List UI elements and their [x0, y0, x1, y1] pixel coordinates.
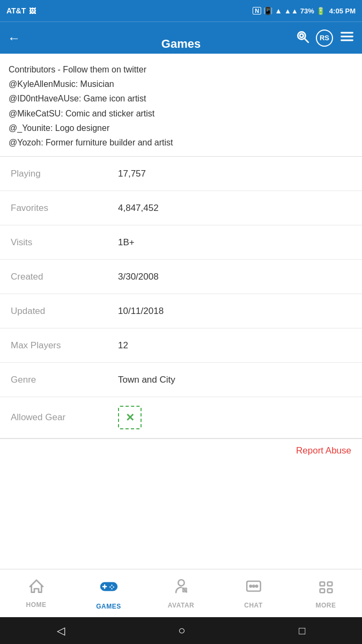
- nav-item-more[interactable]: MORE: [290, 577, 362, 609]
- android-home-button[interactable]: ○: [178, 624, 185, 638]
- nav-item-games[interactable]: GAMES: [72, 576, 145, 610]
- nav-bar: ← Games RS: [0, 21, 362, 54]
- stat-label-allowed-gear: Allowed Gear: [11, 412, 118, 423]
- stat-row-playing: Playing 17,757: [0, 157, 362, 191]
- stat-row-favorites: Favorites 4,847,452: [0, 191, 362, 225]
- stat-row-max-players: Max Players 12: [0, 328, 362, 363]
- contributors-section: Contributors - Follow them on twitter @K…: [0, 54, 362, 156]
- stat-label-created: Created: [11, 272, 118, 282]
- nav-item-home[interactable]: HOME: [0, 578, 72, 609]
- stat-label-max-players: Max Players: [11, 340, 118, 351]
- content-area: Contributors - Follow them on twitter @K…: [0, 54, 362, 569]
- contributor-line-5: @_Younite: Logo designer: [9, 121, 353, 135]
- stat-value-allowed-gear: ✕: [118, 406, 351, 429]
- stat-value-updated: 10/11/2018: [118, 306, 351, 317]
- rs-icon[interactable]: RS: [316, 30, 333, 47]
- stat-label-updated: Updated: [11, 306, 118, 317]
- svg-line-1: [305, 38, 308, 42]
- stat-row-genre: Genre Town and City: [0, 363, 362, 397]
- menu-icon[interactable]: [339, 29, 354, 47]
- svg-rect-21: [320, 582, 324, 586]
- battery-icon: 🔋: [316, 7, 325, 15]
- avatar-icon: [172, 577, 190, 599]
- nav-label-avatar: AVATAR: [168, 602, 194, 609]
- nfc-icon: N: [253, 7, 261, 14]
- page-title: Games: [161, 28, 201, 60]
- contributor-line-1: Contributors - Follow them on twitter: [9, 62, 353, 77]
- wifi-icon: ▲: [275, 6, 282, 15]
- chat-icon: [245, 577, 263, 599]
- back-button[interactable]: ←: [8, 31, 20, 46]
- signal-icon: ▲▲: [284, 7, 298, 15]
- android-back-button[interactable]: ◁: [57, 624, 65, 637]
- contributor-line-2: @KyleAllenMusic: Musician: [9, 77, 353, 91]
- nav-item-avatar[interactable]: AVATAR: [145, 577, 217, 609]
- nav-label-home: HOME: [26, 601, 47, 609]
- stat-value-max-players: 12: [118, 340, 351, 351]
- stat-label-favorites: Favorites: [11, 203, 118, 214]
- svg-point-18: [249, 586, 251, 587]
- stat-label-genre: Genre: [11, 375, 118, 385]
- status-bar: AT&T 🖼 N 📳 ▲ ▲▲ 73% 🔋 4:05 PM: [0, 0, 362, 21]
- svg-point-9: [110, 584, 112, 586]
- vibrate-icon: 📳: [263, 6, 272, 15]
- nav-label-more: MORE: [316, 602, 336, 609]
- stat-label-visits: Visits: [11, 237, 118, 248]
- stat-value-genre: Town and City: [118, 375, 351, 385]
- more-icon: [317, 577, 335, 599]
- stat-row-allowed-gear: Allowed Gear ✕: [0, 397, 362, 438]
- games-icon: [99, 576, 119, 601]
- status-left: AT&T 🖼: [6, 6, 36, 15]
- stat-row-updated: Updated 10/11/2018: [0, 294, 362, 328]
- contributor-line-4: @MikeCatSU: Comic and sticker artist: [9, 106, 353, 121]
- bottom-nav: HOME GAMES AVATA: [0, 569, 362, 617]
- stat-row-created: Created 3/30/2008: [0, 260, 362, 294]
- contributor-line-6: @Yozoh: Former furniture builder and art…: [9, 135, 353, 150]
- stat-value-playing: 17,757: [118, 169, 351, 179]
- stat-label-playing: Playing: [11, 169, 118, 179]
- stat-value-favorites: 4,847,452: [118, 203, 351, 214]
- stats-table: Playing 17,757 Favorites 4,847,452 Visit…: [0, 157, 362, 438]
- stat-row-visits: Visits 1B+: [0, 225, 362, 260]
- svg-point-2: [300, 34, 304, 38]
- svg-point-10: [113, 586, 114, 588]
- image-icon: 🖼: [29, 7, 36, 15]
- svg-rect-24: [327, 589, 332, 592]
- search-icon[interactable]: [295, 30, 309, 47]
- report-section: Report Abuse: [0, 439, 362, 463]
- nav-label-chat: CHAT: [244, 602, 262, 609]
- svg-rect-22: [327, 582, 332, 586]
- home-icon: [28, 578, 45, 599]
- battery-text: 73%: [300, 7, 314, 15]
- no-gear-icon: ✕: [118, 406, 142, 429]
- svg-point-20: [255, 586, 257, 587]
- android-nav-bar: ◁ ○ □: [0, 617, 362, 644]
- svg-point-11: [109, 586, 110, 588]
- report-abuse-link[interactable]: Report Abuse: [296, 445, 351, 456]
- nav-item-chat[interactable]: CHAT: [217, 577, 290, 609]
- carrier-text: AT&T: [6, 6, 26, 15]
- stat-value-created: 3/30/2008: [118, 272, 351, 282]
- svg-point-13: [178, 580, 184, 586]
- stat-value-visits: 1B+: [118, 237, 351, 248]
- time-text: 4:05 PM: [329, 7, 356, 15]
- android-recent-button[interactable]: □: [299, 625, 305, 637]
- svg-point-12: [110, 588, 112, 589]
- nav-label-games: GAMES: [96, 603, 121, 610]
- status-right: N 📳 ▲ ▲▲ 73% 🔋 4:05 PM: [253, 6, 356, 15]
- svg-rect-23: [320, 589, 324, 592]
- contributor-line-3: @ID0ntHaveAUse: Game icon artist: [9, 91, 353, 106]
- nav-icons: RS: [295, 29, 354, 47]
- svg-point-19: [253, 586, 254, 587]
